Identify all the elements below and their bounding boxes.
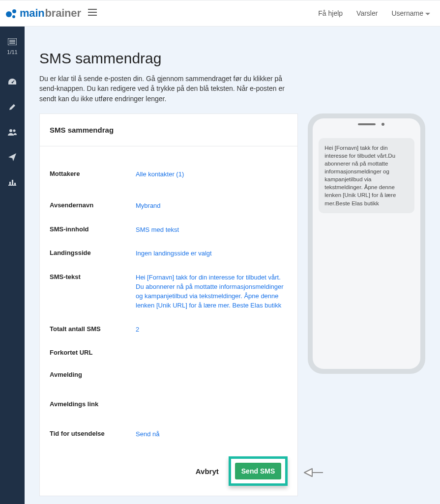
card-title: SMS sammendrag: [40, 114, 297, 146]
label-sender: Avsendernavn: [50, 201, 136, 211]
sidebar: 1/11: [0, 27, 25, 504]
label-recipients: Mottakere: [50, 170, 136, 179]
summary-card: SMS sammendrag Mottakere Alle kontakter …: [39, 113, 298, 496]
page-header: SMS sammendrag Du er klar til å sende e-…: [25, 27, 440, 113]
label-sendtime: Tid for utsendelse: [50, 430, 136, 439]
phone-speaker-icon: [358, 123, 376, 125]
svg-point-9: [9, 129, 12, 132]
sms-preview-bubble: Hei [Fornavn] takk for din interesse for…: [319, 138, 414, 213]
value-content[interactable]: SMS med tekst: [136, 225, 179, 235]
svg-rect-13: [12, 180, 13, 185]
label-text: SMS-tekst: [50, 273, 136, 310]
svg-point-10: [13, 130, 16, 132]
alerts-link[interactable]: Varsler: [356, 9, 378, 17]
value-landing[interactable]: Ingen landingsside er valgt: [136, 249, 212, 258]
caret-down-icon: [425, 9, 430, 17]
value-recipients[interactable]: Alle kontakter (1): [136, 170, 184, 179]
label-unsub-link: Avmeldings link: [50, 400, 136, 408]
cancel-button[interactable]: Avbryt: [196, 467, 219, 476]
svg-point-1: [6, 11, 12, 17]
svg-rect-11: [8, 185, 16, 186]
logo-icon: [5, 8, 18, 19]
label-short-url: Forkortet URL: [50, 349, 136, 356]
steps-icon: [8, 38, 17, 47]
label-unsub: Avmelding: [50, 371, 136, 378]
value-sender[interactable]: Mybrand: [136, 201, 161, 211]
topbar: mainbrainer Få hjelp Varsler Username: [0, 0, 440, 27]
label-content: SMS-innhold: [50, 225, 136, 235]
dashboard-icon[interactable]: [8, 78, 17, 85]
row-sender: Avsendernavn Mybrand: [50, 194, 288, 218]
logo[interactable]: mainbrainer: [5, 7, 81, 20]
svg-rect-12: [9, 182, 11, 185]
phone-preview: Hei [Fornavn] takk for din interesse for…: [308, 113, 425, 374]
send-button-highlight: Send SMS: [229, 456, 288, 486]
page-title: SMS sammendrag: [39, 50, 425, 67]
pointer-arrow-icon: [303, 466, 324, 481]
sidebar-step-indicator[interactable]: 1/11: [7, 38, 17, 55]
phone-screen: Hei [Fornavn] takk for din interesse for…: [313, 118, 420, 369]
help-link[interactable]: Få hjelp: [318, 9, 343, 17]
row-recipients: Mottakere Alle kontakter (1): [50, 155, 288, 194]
contacts-icon[interactable]: [7, 129, 17, 136]
value-total[interactable]: 2: [136, 325, 139, 335]
edit-icon[interactable]: [8, 103, 16, 111]
send-icon[interactable]: [8, 153, 16, 161]
row-unsub-link: Avmeldings link: [50, 386, 288, 422]
label-total: Totalt antall SMS: [50, 325, 136, 335]
row-total: Totalt antall SMS 2: [50, 318, 288, 342]
username-label: Username: [391, 9, 423, 17]
svg-point-2: [12, 15, 15, 18]
page-subtitle: Du er klar til å sende e-posten din. Gå …: [39, 74, 295, 104]
row-unsub: Avmelding: [50, 364, 288, 386]
row-short-url: Forkortet URL: [50, 341, 288, 364]
menu-icon[interactable]: [88, 9, 97, 18]
card-actions: Avbryt Send SMS: [40, 451, 297, 496]
send-sms-button[interactable]: Send SMS: [235, 463, 281, 479]
analytics-icon[interactable]: [8, 179, 16, 186]
label-landing: Landingsside: [50, 249, 136, 258]
logo-text-sub: brainer: [45, 7, 81, 20]
phone-camera-icon: [381, 123, 384, 126]
value-sendtime[interactable]: Send nå: [136, 430, 159, 439]
step-counter: 1/11: [7, 49, 17, 55]
user-menu[interactable]: Username: [391, 9, 430, 17]
logo-text-main: main: [20, 7, 45, 20]
main-area: SMS sammendrag Du er klar til å sende e-…: [25, 27, 440, 504]
svg-rect-14: [14, 183, 16, 185]
row-text: SMS-tekst Hei [Fornavn] takk for din int…: [50, 266, 288, 317]
svg-point-0: [12, 9, 16, 13]
row-content: SMS-innhold SMS med tekst: [50, 218, 288, 242]
row-landing: Landingsside Ingen landingsside er valgt: [50, 242, 288, 266]
row-sendtime: Tid for utsendelse Send nå: [50, 422, 288, 447]
value-text[interactable]: Hei [Fornavn] takk for din interesse for…: [136, 273, 288, 310]
